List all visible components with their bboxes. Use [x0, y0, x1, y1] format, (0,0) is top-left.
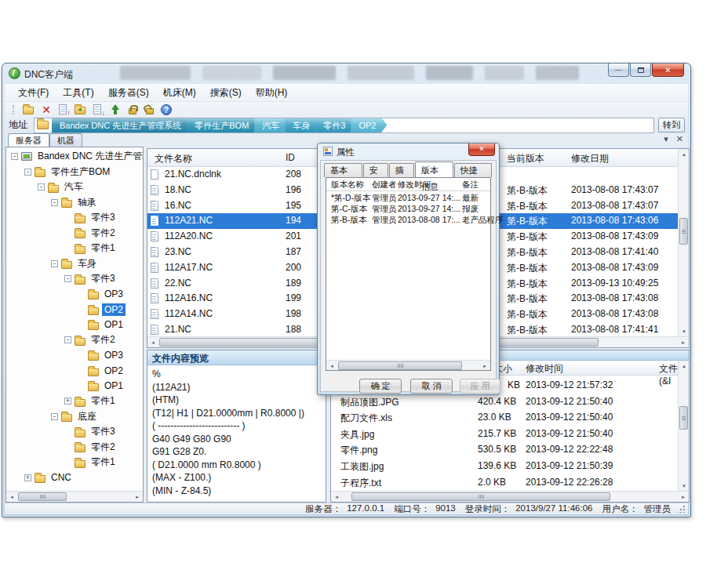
- collapse-icon[interactable]: -: [11, 153, 18, 160]
- scroll-thumb[interactable]: [351, 492, 610, 501]
- column-modified-time[interactable]: 修改时间: [526, 362, 563, 376]
- tree-item-车身[interactable]: -车身: [6, 256, 143, 272]
- tree-hscrollbar[interactable]: ◂ ▸: [6, 491, 143, 502]
- expand-icon[interactable]: +: [64, 397, 71, 405]
- collapse-icon[interactable]: -: [51, 199, 58, 206]
- go-button[interactable]: 转到: [658, 118, 685, 132]
- dialog-tab-版本信息[interactable]: 版本信息: [415, 162, 453, 177]
- collapse-icon[interactable]: -: [51, 260, 58, 267]
- attachment-row[interactable]: 配刀文件.xls23.0 KB2013-09-12 21:50:40: [331, 409, 678, 426]
- column-file-name[interactable]: 文件名称: [155, 152, 192, 165]
- version-row[interactable]: 第-C-版本管理员2013-09-27 14:...报废: [326, 204, 490, 215]
- collapse-icon[interactable]: -: [38, 183, 45, 191]
- collapse-icon[interactable]: -: [64, 275, 71, 282]
- breadcrumb-segment-4[interactable]: 零件3: [315, 118, 356, 133]
- tree-item-零件3[interactable]: 零件3: [6, 210, 143, 226]
- tree-item-CNC[interactable]: +CNC: [6, 470, 143, 486]
- pane-pin-icon[interactable]: ▾: [664, 134, 668, 144]
- menu-machine[interactable]: 机床(M): [156, 84, 203, 102]
- pane-close-icon[interactable]: ✕: [676, 134, 683, 144]
- tree-item-OP1[interactable]: OP1: [6, 379, 143, 394]
- scroll-thumb[interactable]: [18, 492, 67, 501]
- menu-search[interactable]: 搜索(S): [203, 84, 249, 102]
- dialog-tab-摘要[interactable]: 摘要: [389, 163, 414, 177]
- tree-item-零件2[interactable]: -零件2: [6, 332, 143, 348]
- scroll-left-icon[interactable]: ◂: [331, 492, 342, 502]
- column-current-version[interactable]: 当前版本: [507, 152, 544, 165]
- scroll-up-icon[interactable]: ▴: [679, 149, 690, 159]
- dialog-titlebar[interactable]: 属性 ✕: [318, 143, 499, 160]
- attachment-row[interactable]: 工装图.jpg139.6 KB2013-09-12 21:50:39: [331, 458, 678, 474]
- menu-tools[interactable]: 工具(T): [56, 84, 100, 102]
- collapse-icon[interactable]: -: [24, 169, 31, 176]
- tab-machine[interactable]: 机器: [49, 133, 82, 147]
- tree-item-OP3[interactable]: OP3: [6, 348, 143, 364]
- scroll-down-icon[interactable]: ▾: [679, 326, 690, 336]
- titlebar[interactable]: DNC客户端 — ✕: [2, 64, 690, 84]
- tree-item-轴承[interactable]: -轴承: [6, 195, 143, 211]
- version-row[interactable]: *第-D-版本管理员2013-09-27 14:...最新: [326, 193, 490, 204]
- menu-server[interactable]: 服务器(S): [101, 84, 156, 102]
- tree-item-OP3[interactable]: OP3: [6, 287, 143, 303]
- tree-item-零件2[interactable]: 零件2: [6, 226, 143, 241]
- breadcrumb-segment-0[interactable]: Bandex DNC 先进生产管理系统: [52, 118, 192, 133]
- attachment-row[interactable]: 子程序.txt2.0 KB2013-09-12 22:26:28: [331, 474, 678, 490]
- scroll-right-icon[interactable]: ▸: [678, 337, 689, 347]
- tab-server[interactable]: 服务器: [8, 133, 49, 147]
- version-row[interactable]: 第-B-版本管理员2013-08-08 17:...老产品程序: [326, 215, 490, 226]
- delete-icon[interactable]: ✕: [40, 103, 53, 116]
- scroll-thumb[interactable]: [679, 406, 688, 430]
- unlock-icon[interactable]: [144, 103, 156, 116]
- column-modified-date[interactable]: 修改日期: [571, 152, 609, 165]
- scroll-right-icon[interactable]: ▸: [132, 492, 143, 502]
- attachments-hscrollbar[interactable]: ◂ ▸: [331, 491, 689, 502]
- collapse-icon[interactable]: -: [51, 413, 58, 420]
- file-list-vscrollbar[interactable]: ▴ ▾: [678, 149, 689, 336]
- help-icon[interactable]: ?: [161, 103, 173, 116]
- tree-item-零件1[interactable]: 零件1: [6, 455, 143, 470]
- dialog-hscrollbar[interactable]: ◂ ▸: [326, 360, 490, 370]
- tree-item-OP2[interactable]: OP2: [6, 363, 143, 379]
- breadcrumb-segment-1[interactable]: 零件生产BOM: [187, 118, 260, 133]
- attachment-row[interactable]: 制品顶图.JPG420.4 KB2013-09-12 21:50:40: [331, 394, 678, 410]
- tree-item-汽车[interactable]: -汽车: [6, 180, 143, 195]
- dialog-tab-基本信息[interactable]: 基本信息: [324, 163, 362, 177]
- upload-file-icon[interactable]: ↑: [57, 103, 70, 116]
- maximize-button[interactable]: [630, 64, 651, 77]
- dialog-tab-安全[interactable]: 安全: [363, 163, 388, 177]
- scroll-left-icon[interactable]: ◂: [326, 361, 337, 371]
- attachment-row[interactable]: 零件.png530.5 KB2013-09-12 22:22:48: [331, 441, 678, 458]
- tree-item-零件3[interactable]: 零件3: [6, 424, 143, 440]
- scroll-thumb[interactable]: [338, 361, 462, 370]
- version-table-header[interactable]: 版本名称创建者修改时间备注: [326, 180, 490, 191]
- dialog-tab-快捷方式[interactable]: 快捷方式: [454, 163, 493, 177]
- address-field[interactable]: Bandex DNC 先进生产管理系统零件生产BOM汽车车身零件3OP2: [34, 118, 654, 133]
- column-id[interactable]: ID: [286, 152, 295, 163]
- tree-item-零件生产BOM[interactable]: -零件生产BOM: [6, 165, 143, 180]
- scroll-down-icon[interactable]: ▾: [679, 481, 690, 491]
- scroll-up-icon[interactable]: ▴: [679, 361, 690, 371]
- menu-help[interactable]: 帮助(H): [249, 84, 295, 102]
- scroll-thumb[interactable]: [679, 218, 688, 245]
- collapse-icon[interactable]: -: [64, 336, 71, 343]
- version-column-3[interactable]: 备注: [462, 180, 479, 191]
- menu-file[interactable]: 文件(F): [11, 84, 56, 102]
- dialog-close-button[interactable]: ✕: [468, 143, 495, 156]
- scroll-left-icon[interactable]: ◂: [147, 337, 158, 347]
- new-folder-icon[interactable]: [23, 103, 35, 116]
- attachments-vscrollbar[interactable]: ▴ ▾: [678, 361, 689, 491]
- tree-item-Bandex DNC 先进生产管理系统[interactable]: -Bandex DNC 先进生产管理系统: [6, 149, 143, 165]
- breadcrumb-segment-5[interactable]: OP2: [351, 118, 387, 133]
- tree-item-零件2[interactable]: 零件2: [6, 440, 143, 456]
- cancel-button[interactable]: 取 消: [410, 379, 453, 394]
- version-column-1[interactable]: 创建者: [372, 180, 397, 191]
- attachment-row[interactable]: 夹具.jpg215.7 KB2013-09-12 21:50:40: [331, 426, 678, 442]
- resize-grip[interactable]: [678, 505, 686, 513]
- version-column-0[interactable]: 版本名称: [331, 180, 364, 191]
- minimize-button[interactable]: —: [608, 64, 629, 77]
- send-up-icon[interactable]: [109, 103, 122, 116]
- scroll-right-icon[interactable]: ▸: [678, 492, 689, 502]
- scroll-right-icon[interactable]: ▸: [479, 361, 490, 371]
- tree-item-底座[interactable]: -底座: [6, 409, 143, 425]
- tree-item-OP2[interactable]: OP2: [6, 302, 143, 318]
